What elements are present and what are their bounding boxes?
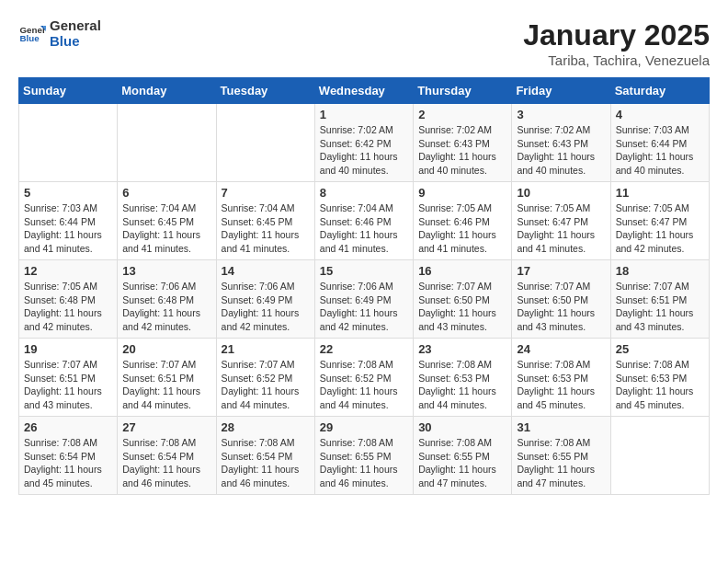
calendar-cell: 3Sunrise: 7:02 AMSunset: 6:43 PMDaylight… — [512, 104, 610, 182]
day-number: 17 — [517, 264, 605, 278]
day-number: 21 — [222, 342, 310, 356]
header: General Blue General Blue January 2025 T… — [18, 18, 710, 68]
day-info: Sunrise: 7:08 AMSunset: 6:55 PMDaylight:… — [320, 436, 408, 490]
day-number: 23 — [418, 342, 506, 356]
calendar-cell: 14Sunrise: 7:06 AMSunset: 6:49 PMDayligh… — [216, 260, 314, 339]
day-number: 19 — [24, 342, 112, 356]
calendar-week-1: 1Sunrise: 7:02 AMSunset: 6:42 PMDaylight… — [19, 104, 710, 182]
day-number: 2 — [418, 108, 506, 121]
calendar-cell: 12Sunrise: 7:05 AMSunset: 6:48 PMDayligh… — [19, 260, 118, 339]
calendar-cell: 30Sunrise: 7:08 AMSunset: 6:55 PMDayligh… — [414, 417, 512, 495]
calendar-cell: 22Sunrise: 7:08 AMSunset: 6:52 PMDayligh… — [314, 339, 413, 417]
svg-text:Blue: Blue — [20, 32, 40, 42]
day-info: Sunrise: 7:06 AMSunset: 6:49 PMDaylight:… — [222, 280, 310, 334]
day-info: Sunrise: 7:07 AMSunset: 6:51 PMDaylight:… — [24, 358, 112, 412]
calendar-week-3: 12Sunrise: 7:05 AMSunset: 6:48 PMDayligh… — [19, 260, 710, 339]
day-number: 8 — [320, 186, 408, 200]
calendar-cell: 25Sunrise: 7:08 AMSunset: 6:53 PMDayligh… — [610, 339, 709, 417]
logo: General Blue General Blue — [18, 18, 101, 49]
calendar-cell: 10Sunrise: 7:05 AMSunset: 6:47 PMDayligh… — [512, 182, 610, 260]
logo-general: General — [50, 18, 101, 34]
day-number: 22 — [320, 342, 408, 356]
day-number: 30 — [418, 420, 506, 434]
day-info: Sunrise: 7:08 AMSunset: 6:54 PMDaylight:… — [122, 436, 210, 490]
header-monday: Monday — [118, 78, 216, 104]
day-info: Sunrise: 7:08 AMSunset: 6:55 PMDaylight:… — [418, 436, 506, 490]
day-info: Sunrise: 7:08 AMSunset: 6:53 PMDaylight:… — [616, 358, 704, 412]
day-info: Sunrise: 7:03 AMSunset: 6:44 PMDaylight:… — [24, 201, 112, 256]
header-tuesday: Tuesday — [216, 78, 314, 104]
calendar-cell: 19Sunrise: 7:07 AMSunset: 6:51 PMDayligh… — [19, 339, 118, 417]
day-number: 15 — [320, 264, 408, 278]
calendar-cell: 6Sunrise: 7:04 AMSunset: 6:45 PMDaylight… — [118, 182, 216, 260]
day-info: Sunrise: 7:07 AMSunset: 6:51 PMDaylight:… — [616, 280, 704, 334]
day-info: Sunrise: 7:08 AMSunset: 6:54 PMDaylight:… — [24, 436, 112, 490]
calendar-table: Sunday Monday Tuesday Wednesday Thursday… — [18, 77, 710, 495]
calendar-cell: 15Sunrise: 7:06 AMSunset: 6:49 PMDayligh… — [314, 260, 413, 339]
calendar-cell: 13Sunrise: 7:06 AMSunset: 6:48 PMDayligh… — [118, 260, 216, 339]
day-number: 12 — [24, 264, 112, 278]
day-info: Sunrise: 7:08 AMSunset: 6:53 PMDaylight:… — [517, 358, 605, 412]
day-info: Sunrise: 7:05 AMSunset: 6:46 PMDaylight:… — [418, 201, 506, 256]
calendar-cell: 20Sunrise: 7:07 AMSunset: 6:51 PMDayligh… — [118, 339, 216, 417]
header-saturday: Saturday — [610, 78, 709, 104]
calendar-cell: 9Sunrise: 7:05 AMSunset: 6:46 PMDaylight… — [414, 182, 512, 260]
day-number: 18 — [616, 264, 704, 278]
calendar-cell: 31Sunrise: 7:08 AMSunset: 6:55 PMDayligh… — [512, 417, 610, 495]
calendar-cell — [118, 104, 216, 182]
calendar-cell: 2Sunrise: 7:02 AMSunset: 6:43 PMDaylight… — [414, 104, 512, 182]
calendar-cell: 11Sunrise: 7:05 AMSunset: 6:47 PMDayligh… — [610, 182, 709, 260]
logo-icon: General Blue — [18, 20, 46, 48]
day-info: Sunrise: 7:02 AMSunset: 6:42 PMDaylight:… — [320, 123, 408, 178]
calendar-cell: 21Sunrise: 7:07 AMSunset: 6:52 PMDayligh… — [216, 339, 314, 417]
day-number: 11 — [616, 186, 704, 200]
day-number: 16 — [418, 264, 506, 278]
day-number: 10 — [517, 186, 605, 200]
logo-blue: Blue — [50, 34, 101, 50]
calendar-cell: 26Sunrise: 7:08 AMSunset: 6:54 PMDayligh… — [19, 417, 118, 495]
day-info: Sunrise: 7:08 AMSunset: 6:53 PMDaylight:… — [418, 358, 506, 412]
calendar-cell: 27Sunrise: 7:08 AMSunset: 6:54 PMDayligh… — [118, 417, 216, 495]
weekday-header-row: Sunday Monday Tuesday Wednesday Thursday… — [19, 78, 710, 104]
header-thursday: Thursday — [414, 78, 512, 104]
day-info: Sunrise: 7:02 AMSunset: 6:43 PMDaylight:… — [517, 123, 605, 178]
day-info: Sunrise: 7:05 AMSunset: 6:47 PMDaylight:… — [517, 201, 605, 256]
day-info: Sunrise: 7:04 AMSunset: 6:46 PMDaylight:… — [320, 201, 408, 256]
day-number: 6 — [122, 186, 210, 200]
calendar-cell — [610, 417, 709, 495]
calendar-cell: 23Sunrise: 7:08 AMSunset: 6:53 PMDayligh… — [414, 339, 512, 417]
day-info: Sunrise: 7:04 AMSunset: 6:45 PMDaylight:… — [122, 201, 210, 256]
header-sunday: Sunday — [19, 78, 118, 104]
header-wednesday: Wednesday — [314, 78, 413, 104]
day-info: Sunrise: 7:03 AMSunset: 6:44 PMDaylight:… — [616, 123, 704, 178]
day-number: 7 — [222, 186, 310, 200]
day-number: 1 — [320, 108, 408, 121]
day-info: Sunrise: 7:06 AMSunset: 6:48 PMDaylight:… — [122, 280, 210, 334]
day-number: 13 — [122, 264, 210, 278]
calendar-cell: 24Sunrise: 7:08 AMSunset: 6:53 PMDayligh… — [512, 339, 610, 417]
calendar-subtitle: Tariba, Tachira, Venezuela — [523, 52, 710, 68]
calendar-cell: 16Sunrise: 7:07 AMSunset: 6:50 PMDayligh… — [414, 260, 512, 339]
day-number: 3 — [517, 108, 605, 121]
calendar-cell: 1Sunrise: 7:02 AMSunset: 6:42 PMDaylight… — [314, 104, 413, 182]
day-number: 14 — [222, 264, 310, 278]
calendar-cell: 17Sunrise: 7:07 AMSunset: 6:50 PMDayligh… — [512, 260, 610, 339]
day-info: Sunrise: 7:06 AMSunset: 6:49 PMDaylight:… — [320, 280, 408, 334]
calendar-cell: 8Sunrise: 7:04 AMSunset: 6:46 PMDaylight… — [314, 182, 413, 260]
calendar-title: January 2025 — [523, 18, 710, 52]
calendar-cell — [19, 104, 118, 182]
day-number: 28 — [222, 420, 310, 434]
day-number: 29 — [320, 420, 408, 434]
calendar-week-5: 26Sunrise: 7:08 AMSunset: 6:54 PMDayligh… — [19, 417, 710, 495]
calendar-cell: 18Sunrise: 7:07 AMSunset: 6:51 PMDayligh… — [610, 260, 709, 339]
day-number: 31 — [517, 420, 605, 434]
day-info: Sunrise: 7:07 AMSunset: 6:52 PMDaylight:… — [222, 358, 310, 412]
day-info: Sunrise: 7:04 AMSunset: 6:45 PMDaylight:… — [222, 201, 310, 256]
day-number: 24 — [517, 342, 605, 356]
calendar-cell — [216, 104, 314, 182]
day-info: Sunrise: 7:08 AMSunset: 6:52 PMDaylight:… — [320, 358, 408, 412]
day-info: Sunrise: 7:08 AMSunset: 6:55 PMDaylight:… — [517, 436, 605, 490]
calendar-cell: 7Sunrise: 7:04 AMSunset: 6:45 PMDaylight… — [216, 182, 314, 260]
title-block: January 2025 Tariba, Tachira, Venezuela — [523, 18, 710, 68]
calendar-cell: 4Sunrise: 7:03 AMSunset: 6:44 PMDaylight… — [610, 104, 709, 182]
